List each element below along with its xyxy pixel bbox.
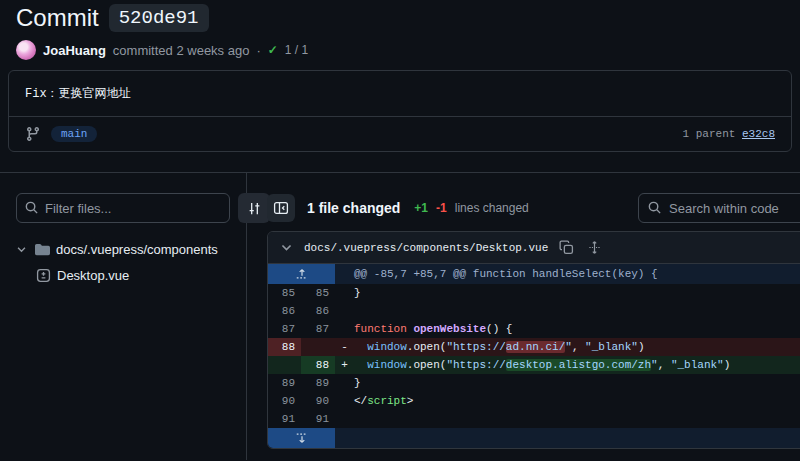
old-line-number[interactable]: 87 [268, 320, 301, 338]
checks-status[interactable]: 1 / 1 [285, 43, 308, 57]
file-name: Desktop.vue [57, 268, 129, 283]
new-line-number[interactable]: 90 [301, 392, 335, 410]
move-icon [587, 240, 602, 255]
diff-sign [335, 392, 354, 410]
copy-icon [559, 240, 574, 255]
diff-line: 9090</script> [268, 392, 800, 410]
collapse-diff-button[interactable] [278, 239, 295, 256]
commit-time: committed 2 weeks ago [113, 43, 250, 58]
drag-handle-button[interactable] [585, 238, 604, 257]
diff-line: 88+ window.open("https://desktop.alistgo… [268, 356, 800, 374]
commit-header: Commit 520de91 JoaHuang committed 2 week… [0, 0, 800, 60]
collapse-file-tree-button[interactable] [267, 194, 295, 222]
filter-files-input[interactable] [16, 193, 230, 223]
diff-line: 8686 [268, 302, 800, 320]
diff-line [268, 428, 800, 448]
diff-sign [335, 284, 354, 302]
hunk-header-text [335, 428, 354, 448]
parent-commit-link[interactable]: e32c8 [742, 128, 775, 140]
diff-line: @@ -85,7 +85,7 @@ function handleSelect(… [268, 264, 800, 284]
diff-line: 8585} [268, 284, 800, 302]
new-line-number[interactable]: 88 [301, 356, 335, 374]
diff-line: 8989} [268, 374, 800, 392]
expand-up-icon [295, 267, 309, 281]
code-content [354, 410, 800, 428]
chevron-down-icon [16, 244, 27, 255]
new-line-number[interactable]: 85 [301, 284, 335, 302]
diff-file-header: docs/.vuepress/components/Desktop.vue [268, 232, 800, 264]
diff-code: @@ -85,7 +85,7 @@ function handleSelect(… [268, 264, 800, 448]
code-content: window.open("https://ad.nn.ci/", "_blank… [354, 338, 800, 356]
diff-file-path[interactable]: docs/.vuepress/components/Desktop.vue [304, 242, 548, 254]
diff-line: 88- window.open("https://ad.nn.ci/", "_b… [268, 338, 800, 356]
diff-sign [335, 374, 354, 392]
new-line-number[interactable]: 86 [301, 302, 335, 320]
commit-message-box: Fix：更换官网地址 main 1 parent e32c8 [8, 70, 792, 152]
search-icon [24, 200, 39, 219]
code-content: window.open("https://desktop.alistgo.com… [354, 356, 800, 374]
new-line-number[interactable] [301, 338, 335, 356]
diff-sign [335, 320, 354, 338]
diff-sign: + [335, 356, 354, 374]
search-icon [647, 200, 662, 219]
diff-sign: - [335, 338, 354, 356]
hunk-header-text: @@ -85,7 +85,7 @@ function handleSelect(… [335, 264, 658, 284]
folder-name: docs/.vuepress/components [56, 242, 218, 257]
check-icon[interactable]: ✓ [268, 43, 278, 57]
page-title: Commit [16, 4, 99, 32]
old-line-number[interactable]: 91 [268, 410, 301, 428]
old-line-number[interactable] [268, 356, 301, 374]
expand-up-button[interactable] [268, 264, 335, 284]
old-line-number[interactable]: 90 [268, 392, 301, 410]
sidebar-collapse-icon [273, 200, 289, 216]
old-line-number[interactable]: 86 [268, 302, 301, 320]
deletions-count: -1 [436, 201, 447, 215]
file-tree-sidebar: docs/.vuepress/components Desktop.vue [0, 173, 247, 460]
code-content: } [354, 374, 800, 392]
diff-line: 9191 [268, 410, 800, 428]
tree-folder-row[interactable]: docs/.vuepress/components [16, 236, 230, 262]
branch-badge[interactable]: main [51, 126, 97, 142]
copy-path-button[interactable] [557, 238, 576, 257]
old-line-number[interactable]: 88 [268, 338, 301, 356]
old-line-number[interactable]: 89 [268, 374, 301, 392]
diff-sign [335, 302, 354, 320]
new-line-number[interactable]: 87 [301, 320, 335, 338]
avatar[interactable] [16, 40, 36, 60]
diff-sign [335, 410, 354, 428]
code-content: function openWebsite() { [354, 320, 800, 338]
expand-down-button[interactable] [268, 428, 335, 448]
parent-label: 1 parent [683, 128, 736, 140]
diff-panel: docs/.vuepress/components/Desktop.vue @@… [267, 231, 800, 449]
git-branch-icon [25, 126, 41, 142]
diff-main: 1 file changed +1 -1 lines changed docs/… [247, 173, 800, 460]
files-changed-count: 1 file changed [307, 200, 400, 216]
new-line-number[interactable]: 89 [301, 374, 335, 392]
code-content: </script> [354, 392, 800, 410]
author-name[interactable]: JoaHuang [43, 43, 106, 58]
commit-message: Fix：更换官网地址 [9, 71, 791, 117]
code-content: } [354, 284, 800, 302]
commit-hash-badge: 520de91 [109, 4, 209, 32]
additions-count: +1 [414, 201, 428, 215]
tree-file-row[interactable]: Desktop.vue [16, 262, 230, 288]
expand-down-icon [295, 431, 309, 445]
new-line-number[interactable]: 91 [301, 410, 335, 428]
search-within-code-input[interactable] [638, 193, 800, 223]
diff-line: 8787function openWebsite() { [268, 320, 800, 338]
folder-icon [35, 242, 50, 257]
old-line-number[interactable]: 85 [268, 284, 301, 302]
dot-separator: · [256, 43, 260, 58]
code-content [354, 302, 800, 320]
file-diff-icon [36, 268, 51, 283]
lines-changed-label: lines changed [455, 201, 529, 215]
